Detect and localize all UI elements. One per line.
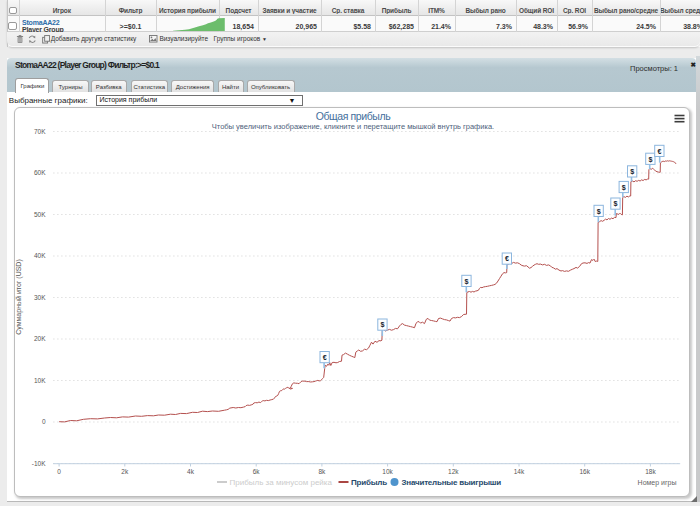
- svg-text:30K: 30K: [33, 294, 45, 301]
- svg-text:70K: 70K: [33, 128, 45, 135]
- svg-text:$: $: [596, 207, 600, 216]
- svg-text:Номер игры: Номер игры: [637, 479, 676, 487]
- svg-text:€: €: [657, 147, 661, 156]
- svg-text:14k: 14k: [513, 468, 524, 475]
- svg-text:Суммарный итог (USD): Суммарный итог (USD): [15, 259, 23, 335]
- svg-text:$: $: [630, 167, 634, 176]
- svg-text:$: $: [464, 277, 468, 286]
- svg-text:12k: 12k: [448, 468, 459, 475]
- svg-text:-10K: -10K: [31, 460, 45, 467]
- svg-text:50K: 50K: [33, 211, 45, 218]
- svg-text:10k: 10k: [382, 468, 393, 475]
- svg-text:60K: 60K: [33, 169, 45, 176]
- svg-text:8k: 8k: [318, 468, 326, 475]
- svg-text:4k: 4k: [187, 468, 195, 475]
- svg-text:$: $: [648, 155, 652, 164]
- svg-text:2k: 2k: [121, 468, 129, 475]
- svg-text:18k: 18k: [645, 468, 656, 475]
- svg-text:40K: 40K: [33, 252, 45, 259]
- svg-text:Чтобы увеличить изображение, к: Чтобы увеличить изображение, кликните и …: [211, 122, 493, 131]
- svg-text:0: 0: [41, 418, 45, 425]
- svg-text:€: €: [504, 254, 508, 263]
- svg-text:Прибыль: Прибыль: [351, 478, 387, 487]
- svg-text:$: $: [621, 183, 625, 192]
- svg-text:20K: 20K: [33, 335, 45, 342]
- svg-text:16k: 16k: [579, 468, 590, 475]
- svg-text:6k: 6k: [252, 468, 260, 475]
- svg-text:$: $: [613, 199, 617, 208]
- svg-text:Общая прибыль: Общая прибыль: [315, 110, 391, 122]
- svg-text:10K: 10K: [33, 377, 45, 384]
- svg-text:Прибыль за минусом рейка: Прибыль за минусом рейка: [229, 478, 332, 487]
- svg-text:€: €: [322, 353, 326, 362]
- svg-text:Значительные выигрыши: Значительные выигрыши: [401, 478, 501, 487]
- svg-text:0: 0: [57, 468, 61, 475]
- svg-text:$: $: [380, 320, 384, 329]
